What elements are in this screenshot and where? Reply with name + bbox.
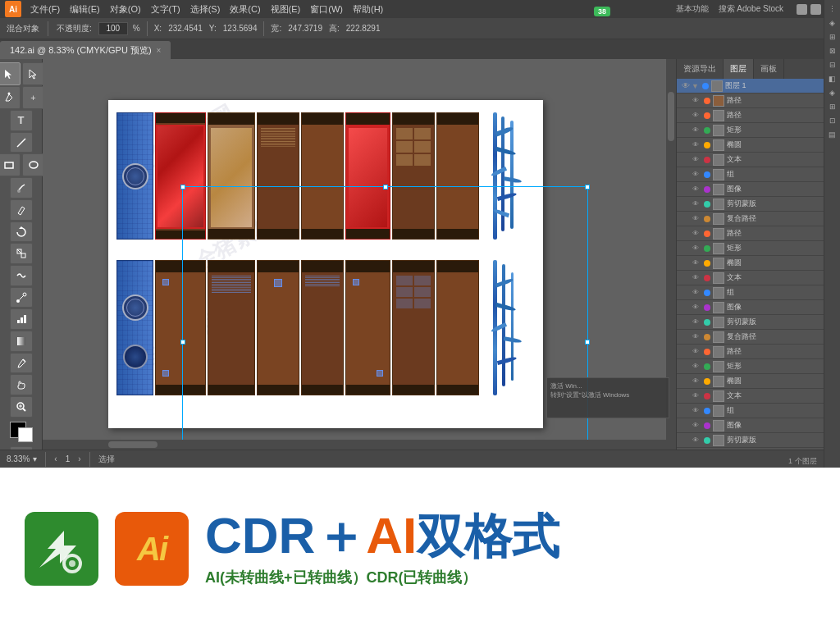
scale-tool[interactable] [10,243,33,264]
canvas-area[interactable]: 全猪素材网 全猪素材网 全猪素材网 [43,59,676,448]
layer-row[interactable]: 👁 路径 ○ [677,108,840,123]
minimize-button[interactable] [797,4,807,15]
sublayer-eye[interactable]: 👁 [690,258,701,269]
sublayer-eye[interactable]: 👁 [690,287,701,299]
layer-row[interactable]: 👁 复合路径 ○ [677,212,840,226]
frs-btn-8[interactable]: ⊞ [827,101,838,112]
v-scrollbar[interactable] [666,59,676,450]
layer-row[interactable]: 👁 复合路径 ○ [677,330,840,345]
h-scrollbar[interactable] [43,440,676,450]
menu-effect[interactable]: 效果(C) [226,3,264,16]
layer-row[interactable]: 👁 图像 ○ [677,418,840,433]
layer-row[interactable]: 👁 矩形 ○ [677,123,840,138]
layer-row[interactable]: 👁 图像 ○ [677,182,840,197]
sublayer-eye[interactable]: 👁 [690,199,701,210]
frs-btn-6[interactable]: ◧ [827,73,838,84]
color-swatches[interactable] [10,422,33,443]
ellipse-tool[interactable] [22,153,45,176]
page-nav-next[interactable]: › [78,454,80,463]
frs-btn-7[interactable]: ◈ [827,87,838,98]
layer-main[interactable]: 👁 ▼ 图层 1 ○ [677,79,840,94]
layer-row[interactable]: 👁 组 ○ [677,404,840,418]
tab-layers[interactable]: 图层 [724,59,754,79]
hand-tool[interactable] [10,374,33,395]
page-nav-prev[interactable]: ‹ [54,454,57,463]
sublayer-eye[interactable]: 👁 [690,376,701,387]
menu-edit[interactable]: 编辑(E) [66,3,104,16]
sublayer-eye[interactable]: 👁 [690,435,701,446]
sublayer-eye[interactable]: 👁 [690,139,701,151]
tab-export[interactable]: 资源导出 [677,59,724,79]
add-anchor-tool[interactable]: + [22,86,45,109]
eyedropper-tool[interactable] [10,353,33,374]
frs-btn-5[interactable]: ⊟ [827,59,838,71]
document-tab[interactable]: 142.ai @ 8.33% (CMYK/GPU 预览) × [0,41,171,59]
warp-tool[interactable] [10,265,33,286]
zoom-arrow-down[interactable]: ▾ [33,454,37,463]
sublayer-eye[interactable]: 👁 [690,390,701,402]
menu-view[interactable]: 视图(E) [267,3,305,16]
sublayer-eye[interactable]: 👁 [690,346,701,358]
zoom-tool[interactable] [10,396,33,418]
layer-expand-icon[interactable]: ▼ [692,82,700,90]
sublayer-eye[interactable]: 👁 [690,154,701,166]
layer-row[interactable]: 👁 剪切蒙版 ○ [677,315,840,330]
layer-row[interactable]: 👁 椭圆 ○ [677,256,840,271]
sublayer-eye[interactable]: 👁 [690,243,701,254]
sublayer-eye[interactable]: 👁 [690,302,701,313]
sublayer-eye-1[interactable]: 👁 [690,95,701,107]
layer-row[interactable]: 👁 文本 ○ [677,271,840,285]
sublayer-eye[interactable]: 👁 [690,213,701,225]
tab-artboards[interactable]: 画板 [754,59,784,79]
layer-row[interactable]: 👁 路径 ○ [677,226,840,241]
h-scroll-thumb[interactable] [108,441,158,448]
frs-btn-3[interactable]: ⊞ [827,31,838,43]
layer-row[interactable]: 👁 图像 ○ [677,300,840,315]
sublayer-eye[interactable]: 👁 [690,331,701,343]
menu-file[interactable]: 文件(F) [26,3,64,16]
menu-object[interactable]: 对象(O) [106,3,145,16]
frs-btn-10[interactable]: ▤ [827,129,838,140]
frs-btn-9[interactable]: ⊡ [827,115,838,126]
selection-tool[interactable] [0,62,21,85]
menu-select[interactable]: 选择(S) [186,3,225,16]
layers-panel[interactable]: 👁 ▼ 图层 1 ○ 👁 路径 ○ // Generate many layer… [677,79,840,468]
pencil-tool[interactable] [10,199,33,221]
layer-row[interactable]: 👁 矩形 ○ [677,359,840,374]
frs-btn-1[interactable]: ⋮ [827,3,838,15]
pen-tool[interactable] [0,86,21,109]
layer-row[interactable]: 👁 文本 ○ [677,153,840,167]
sublayer-eye[interactable]: 👁 [690,110,701,121]
sublayer-eye[interactable]: 👁 [690,317,701,328]
paintbrush-tool[interactable] [10,177,33,199]
layer-row[interactable]: 👁 路径 ○ [677,345,840,359]
layer-visibility-icon[interactable]: 👁 [680,80,692,92]
gradient-tool[interactable] [10,331,33,352]
type-tool[interactable]: T [10,110,33,131]
layer-row[interactable]: 👁 路径 ○ [677,94,840,108]
opacity-input[interactable] [98,22,128,35]
background-color[interactable] [18,427,33,442]
menu-window[interactable]: 窗口(W) [306,3,347,16]
layer-row[interactable]: 👁 剪切蒙版 ○ [677,433,840,448]
sublayer-eye[interactable]: 👁 [690,184,701,195]
maximize-button[interactable] [810,4,821,15]
layer-row[interactable]: 👁 椭圆 ○ [677,138,840,153]
sublayer-eye[interactable]: 👁 [690,405,701,417]
layer-row[interactable]: 👁 组 ○ [677,285,840,300]
v-scroll-thumb[interactable] [668,92,674,141]
rotate-tool[interactable] [10,221,33,243]
sublayer-eye[interactable]: 👁 [690,361,701,372]
menu-help[interactable]: 帮助(H) [349,3,387,16]
layer-row[interactable]: 👁 剪切蒙版 ○ [677,197,840,212]
sublayer-eye[interactable]: 👁 [690,228,701,240]
blend-tool[interactable] [10,287,33,308]
sublayer-eye[interactable]: 👁 [690,272,701,284]
layer-row[interactable]: 👁 椭圆 ○ [677,374,840,389]
tab-close-button[interactable]: × [157,46,162,55]
graph-tool[interactable] [10,308,33,330]
direct-select-tool[interactable] [22,62,45,85]
sublayer-eye[interactable]: 👁 [690,169,701,180]
sublayer-eye[interactable]: 👁 [690,125,701,136]
rect-tool[interactable] [0,153,21,176]
